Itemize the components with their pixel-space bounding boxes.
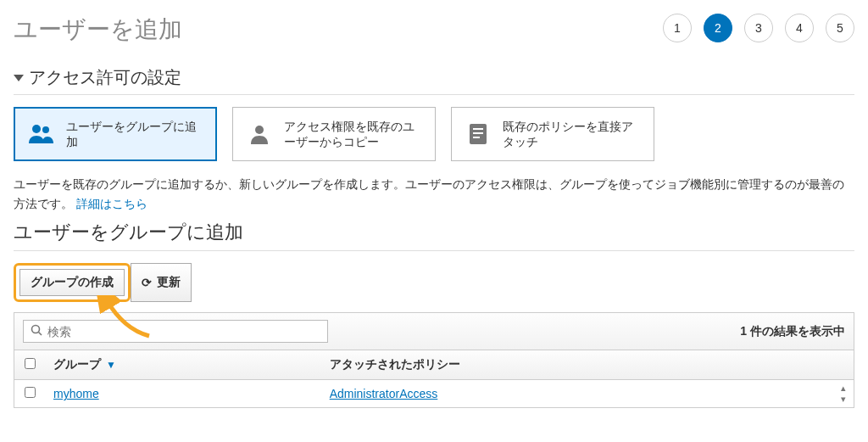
learn-more-link[interactable]: 詳細はこちら [76,197,147,210]
permissions-description: ユーザーを既存のグループに追加するか、新しいグループを作成します。ユーザーのアク… [14,175,854,213]
permissions-section-header[interactable]: アクセス許可の設定 [14,66,854,95]
tile-attach-policies[interactable]: 既存のポリシーを直接アタッチ [451,107,654,161]
select-all-header[interactable] [14,350,45,380]
svg-rect-4 [473,128,483,130]
permissions-section-title: アクセス許可の設定 [29,66,181,89]
step-5[interactable]: 5 [826,14,854,42]
select-all-checkbox[interactable] [25,358,36,369]
document-icon [464,122,492,146]
tile-add-user-to-group[interactable]: ユーザーをグループに追加 [14,107,217,161]
svg-point-1 [42,126,49,133]
tile-label: 既存のポリシーを直接アタッチ [503,119,642,149]
person-icon [245,123,274,145]
scroll-handle[interactable]: ▴ ▾ [833,383,854,404]
refresh-button[interactable]: ⟳ 更新 [131,263,192,302]
refresh-label: 更新 [157,275,181,290]
page-title: ユーザーを追加 [14,14,182,46]
search-input[interactable] [47,325,320,338]
table-row[interactable]: myhome AdministratorAccess ▴ ▾ [14,380,854,408]
column-group-label: グループ [53,357,101,371]
result-count: 1 件の結果を表示中 [740,324,845,339]
column-policies[interactable]: アタッチされたポリシー [321,350,833,380]
policy-link[interactable]: AdministratorAccess [330,387,438,400]
create-group-button[interactable]: グループの作成 [19,269,125,296]
step-1[interactable]: 1 [663,14,692,42]
svg-point-0 [32,125,41,133]
svg-rect-6 [473,137,480,138]
svg-point-2 [255,126,264,134]
tile-copy-permissions[interactable]: アクセス権限を既存のユーザーからコピー [232,107,436,161]
search-icon [31,324,42,338]
svg-point-7 [32,326,40,333]
annotation-highlight: グループの作成 [14,263,131,302]
step-2[interactable]: 2 [704,14,732,42]
tile-label: アクセス権限を既存のユーザーからコピー [284,119,423,149]
column-group[interactable]: グループ ▼ [45,350,321,380]
tile-label: ユーザーをグループに追加 [66,119,203,149]
caret-down-icon [14,75,24,81]
column-policies-label: アタッチされたポリシー [330,357,460,371]
chevron-up-icon: ▴ [841,383,846,393]
search-box[interactable] [23,320,328,343]
add-user-to-group-title: ユーザーをグループに追加 [14,220,854,251]
wizard-stepper: 1 2 3 4 5 [663,14,854,42]
group-link[interactable]: myhome [53,387,99,400]
groups-table: 1 件の結果を表示中 グループ ▼ アタッチされたポリシー myhome Adm… [14,312,854,408]
chevron-down-icon: ▾ [841,394,846,404]
svg-line-8 [39,333,42,336]
row-checkbox[interactable] [25,387,36,398]
step-4[interactable]: 4 [785,14,814,42]
svg-rect-5 [473,132,483,134]
sort-caret-down-icon: ▼ [106,359,116,371]
users-icon [27,123,56,145]
step-3[interactable]: 3 [744,14,773,42]
refresh-icon: ⟳ [142,276,152,289]
